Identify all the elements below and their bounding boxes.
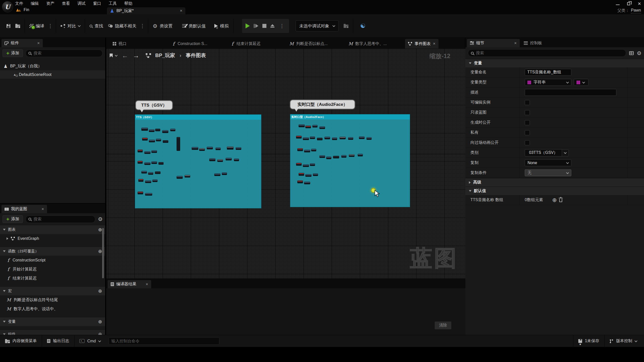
graph-node[interactable]: [325, 137, 330, 139]
graph-node[interactable]: [138, 179, 143, 182]
graph-node[interactable]: [304, 182, 310, 184]
blueprint-section-宏[interactable]: 宏⊕: [0, 286, 105, 295]
event-graph-canvas[interactable]: ← → BP_玩家 › 事件图表 缩放-12 蓝图 TTS（GSV）TTS（GS…: [106, 49, 466, 279]
add-item-icon[interactable]: ⊕: [98, 332, 102, 335]
graph-tab-6[interactable]: 事件图表×: [405, 39, 438, 49]
graph-node[interactable]: [296, 163, 302, 166]
graph-node[interactable]: [138, 150, 143, 152]
compile-options-icon[interactable]: ⋮: [47, 23, 54, 29]
graph-node[interactable]: [155, 171, 160, 174]
play-options-icon[interactable]: ⋮: [278, 23, 286, 29]
cmd-dropdown[interactable]: >_ Cmd: [74, 335, 106, 347]
menu-item-工具[interactable]: 工具: [109, 1, 117, 6]
nav-forward-icon[interactable]: →: [133, 52, 139, 59]
graph-node[interactable]: [149, 129, 154, 132]
graph-node[interactable]: [152, 179, 157, 182]
graph-node[interactable]: [177, 176, 183, 179]
stop-icon[interactable]: [262, 24, 266, 28]
graph-tab-5[interactable]: M数字人思考中、...: [345, 39, 390, 49]
list-item[interactable]: EventGraph: [0, 234, 105, 243]
graph-node[interactable]: [209, 158, 215, 161]
graph-tab-2[interactable]: fConstruction S...: [169, 39, 210, 49]
compile-button[interactable]: 编译: [27, 19, 47, 33]
section-defaults[interactable]: 默认值: [465, 187, 644, 195]
graph-node[interactable]: [299, 173, 304, 176]
nav-back-icon[interactable]: ←: [122, 52, 128, 59]
console-command-input[interactable]: [109, 337, 219, 345]
graph-node[interactable]: [185, 175, 190, 177]
tab-palette[interactable]: 控制板: [521, 39, 545, 47]
components-search-input[interactable]: [33, 51, 100, 56]
graph-node[interactable]: [162, 130, 168, 133]
graph-node[interactable]: [158, 162, 164, 165]
list-item[interactable]: M判断是否以标点符号结尾: [0, 295, 105, 304]
graph-node[interactable]: [141, 171, 147, 173]
text-field[interactable]: [525, 69, 571, 76]
graph-node[interactable]: [216, 148, 221, 150]
compiler-tab-close-icon[interactable]: ×: [146, 282, 148, 287]
debug-browse-button[interactable]: [341, 19, 351, 33]
graph-node[interactable]: [199, 148, 205, 151]
graph-node[interactable]: [151, 161, 157, 164]
graph-node[interactable]: [299, 124, 305, 127]
checkbox[interactable]: [525, 110, 530, 115]
graph-node[interactable]: [234, 159, 239, 161]
dropdown[interactable]: 无: [525, 169, 571, 176]
class-settings-button[interactable]: ⚙ 类设置: [150, 19, 175, 33]
graph-node[interactable]: [349, 154, 354, 157]
asset-tab-close-icon[interactable]: ×: [180, 8, 182, 13]
graph-node[interactable]: [149, 140, 155, 142]
section-variable[interactable]: 变量: [465, 59, 644, 67]
project-tab[interactable]: Fin: [16, 8, 29, 12]
revision-control-button[interactable]: 版本控制: [605, 335, 644, 347]
my-blueprint-search-input[interactable]: [33, 217, 92, 221]
graph-node[interactable]: [144, 162, 150, 165]
blueprint-section-组件[interactable]: 组件⊕: [0, 330, 105, 335]
tab-my-blueprint[interactable]: 我的蓝图 ×: [2, 205, 47, 213]
chevron-down-icon[interactable]: [115, 54, 117, 56]
browse-button[interactable]: [13, 19, 23, 33]
combo-button[interactable]: [562, 150, 569, 156]
text-field[interactable]: [525, 89, 616, 96]
graph-node[interactable]: [142, 138, 148, 141]
class-defaults-button[interactable]: 类默认值: [180, 19, 208, 33]
tab-details[interactable]: 细节 ×: [467, 39, 520, 47]
graph-node[interactable]: [358, 154, 363, 156]
add-component-button[interactable]: + 添加: [3, 49, 23, 57]
graph-node[interactable]: [145, 180, 151, 183]
graph-node[interactable]: [341, 155, 346, 158]
graph-node[interactable]: [319, 126, 325, 129]
graph-node[interactable]: [303, 138, 309, 140]
list-item[interactable]: M数字人思考中、说话中、: [0, 304, 105, 313]
graph-node[interactable]: [326, 157, 331, 159]
graph-node[interactable]: [145, 193, 152, 196]
graph-node[interactable]: [163, 140, 168, 143]
breadcrumb-graph[interactable]: 事件图表: [186, 52, 206, 59]
checkbox[interactable]: [525, 130, 530, 135]
blueprint-section-变量[interactable]: 变量⊕: [0, 317, 105, 326]
eject-icon[interactable]: [270, 24, 274, 28]
graph-node[interactable]: [333, 156, 339, 158]
graph-node[interactable]: [297, 180, 303, 183]
graph-node[interactable]: [170, 129, 175, 131]
tab-compiler-results[interactable]: 编译器结果 ×: [108, 280, 151, 288]
graph-tab-4[interactable]: M判断是否以标点...: [286, 39, 331, 49]
variable-type-dropdown[interactable]: 字符串: [525, 79, 571, 86]
graph-node[interactable]: [305, 174, 311, 177]
add-item-icon[interactable]: ⊕: [98, 319, 102, 324]
comment-bubble-2[interactable]: 实时口型（Audio2Face）: [290, 100, 355, 109]
clear-button[interactable]: 清除: [435, 322, 451, 329]
graph-node[interactable]: [226, 158, 232, 160]
graph-node[interactable]: [222, 172, 227, 175]
display-filter-icon[interactable]: [629, 51, 634, 55]
unsaved-button[interactable]: 1未保存: [573, 335, 605, 347]
scrollbar-thumb[interactable]: [102, 228, 104, 278]
diff-button[interactable]: 对比: [58, 19, 83, 33]
component-row-scene-root[interactable]: ▲ DefaultSceneRoot: [0, 70, 105, 79]
comment-bubble-1[interactable]: TTS（GSV）: [136, 101, 173, 110]
blueprint-section-函数（23可覆盖）[interactable]: 函数（23可覆盖）⊕: [0, 247, 105, 256]
restore-button[interactable]: [627, 2, 630, 5]
graph-node[interactable]: [348, 137, 353, 140]
add-item-icon[interactable]: ⊕: [98, 227, 102, 232]
add-item-icon[interactable]: ⊕: [98, 249, 102, 254]
